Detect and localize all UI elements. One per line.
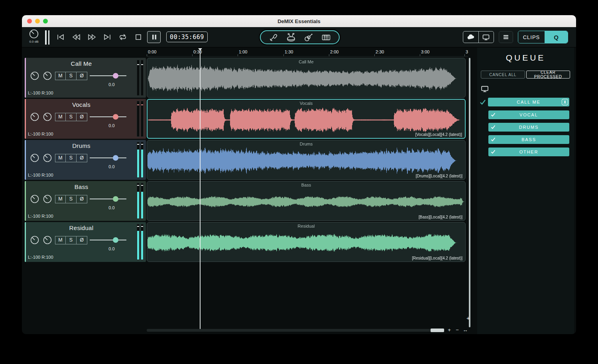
local-processing-button[interactable] (478, 31, 494, 43)
playhead-marker[interactable] (198, 48, 202, 51)
waveform-region[interactable]: Residual [Residual][Local][4.2 (latest)] (147, 222, 466, 262)
zoom-in-button[interactable]: + (447, 328, 452, 333)
monitor-icon (481, 86, 489, 92)
queue-stem-item[interactable]: VOCAL (488, 110, 569, 119)
pause-button[interactable] (147, 31, 161, 43)
solo-button[interactable]: S (66, 195, 77, 203)
queue-stem-label: VOCAL (519, 112, 538, 117)
solo-button[interactable]: S (66, 236, 77, 244)
playhead[interactable] (200, 48, 201, 329)
zoom-horizontal-icon[interactable]: ↔ (462, 328, 468, 333)
track-color-strip (25, 58, 26, 98)
horizontal-scrollbar[interactable] (147, 329, 444, 332)
pan-left-knob[interactable] (30, 112, 40, 122)
phase-button[interactable]: Ø (77, 72, 87, 80)
queue-job-pill[interactable]: CALL ME X (488, 98, 569, 106)
pan-left-knob[interactable] (30, 71, 40, 81)
transport-controls (54, 31, 161, 43)
volume-slider[interactable] (90, 194, 126, 204)
waveform-region[interactable]: Bass [Bass][Local][4.2 (latest)] (147, 181, 466, 221)
mute-button[interactable]: M (55, 195, 66, 203)
hamburger-icon (503, 35, 509, 39)
waveform-canvas (148, 59, 465, 97)
volume-slider-handle[interactable] (113, 196, 118, 202)
pan-left-knob[interactable] (30, 153, 40, 163)
volume-slider[interactable] (90, 112, 126, 122)
time-display: 00:35:669 (166, 31, 208, 42)
solo-button[interactable]: S (66, 154, 77, 162)
phase-button[interactable]: Ø (77, 154, 87, 162)
volume-slider[interactable] (90, 235, 126, 245)
master-gain-knob[interactable]: 0.0 dB (27, 28, 41, 43)
clips-tab[interactable]: CLIPS (518, 31, 545, 43)
waveform-region[interactable]: Vocals [Vocals][Local][4.2 (latest)] (147, 99, 466, 139)
pan-right-knob[interactable] (42, 235, 53, 245)
rewind-button[interactable] (69, 31, 83, 43)
queue-stem-item[interactable]: DRUMS (488, 123, 569, 132)
pan-right-knob[interactable] (42, 153, 53, 163)
cancel-all-button[interactable]: CANCEL ALL (481, 71, 525, 79)
vertical-zoom-add-button[interactable]: + (466, 315, 470, 321)
track-color-strip (25, 140, 26, 180)
drums-icon[interactable] (286, 33, 296, 41)
timeline-tick: 1:00 (239, 49, 247, 54)
pan-right-knob[interactable] (42, 71, 53, 81)
mute-button[interactable]: M (55, 72, 66, 80)
microphone-icon[interactable] (269, 33, 277, 41)
zoom-window-button[interactable] (43, 19, 48, 24)
cloud-processing-button[interactable] (463, 31, 478, 43)
loop-button[interactable] (116, 31, 130, 43)
pan-right-knob[interactable] (42, 194, 53, 204)
panel-switcher: CLIPS Q (518, 31, 568, 43)
mute-button[interactable]: M (55, 154, 66, 162)
track-header[interactable]: Bass M S Ø 0.0 L:-100 R:100 (25, 181, 146, 221)
queue-stem-item[interactable]: BASS (488, 135, 569, 144)
waveform-region[interactable]: Call Me (147, 58, 466, 98)
queue-tab[interactable]: Q (545, 31, 568, 43)
clear-processed-button[interactable]: CLEAR PROCESSED (526, 71, 570, 79)
phase-button[interactable]: Ø (77, 236, 87, 244)
mute-button[interactable]: M (55, 113, 66, 121)
vertical-scrollbar[interactable] (469, 58, 470, 327)
queue-stem-item[interactable]: OTHER (488, 148, 569, 156)
pan-right-knob[interactable] (42, 112, 53, 122)
minimize-window-button[interactable] (35, 19, 40, 24)
piano-icon[interactable] (322, 34, 330, 41)
phase-button[interactable]: Ø (77, 195, 87, 203)
mute-button[interactable]: M (55, 236, 66, 244)
track-header[interactable]: Call Me M S Ø 0.0 L:-100 R:100 (25, 58, 146, 98)
track-header[interactable]: Drums M S Ø 0.0 L:-100 R:100 (25, 140, 146, 180)
pan-left-knob[interactable] (30, 194, 40, 204)
track-row: Drums M S Ø 0.0 L:-100 R:100 (22, 140, 468, 180)
remove-job-button[interactable]: X (562, 99, 568, 105)
zoom-out-button[interactable]: − (454, 328, 460, 333)
scrollbar-thumb[interactable] (431, 329, 444, 332)
volume-slider-handle[interactable] (113, 237, 118, 243)
guitar-icon[interactable] (304, 33, 313, 41)
queue-job-row[interactable]: CALL ME X (480, 98, 569, 106)
track-header[interactable]: Residual M S Ø 0.0 L:-100 R:100 (25, 222, 146, 262)
stop-button[interactable] (132, 31, 145, 43)
phase-button[interactable]: Ø (77, 113, 87, 121)
volume-slider-handle[interactable] (113, 114, 118, 120)
volume-slider-handle[interactable] (113, 73, 118, 79)
track-header[interactable]: Vocals M S Ø 0.0 L:-100 R:100 (25, 99, 146, 139)
solo-button[interactable]: S (66, 72, 77, 80)
pan-range-label: L:-100 R:100 (28, 214, 53, 218)
monitor-icon (482, 34, 490, 40)
menu-button[interactable] (499, 31, 513, 43)
fast-forward-button[interactable] (85, 31, 98, 43)
skip-to-end-button[interactable] (100, 31, 114, 43)
waveform-region[interactable]: Drums [Drums][Local][4.2 (latest)] (147, 140, 466, 180)
skip-to-start-button[interactable] (54, 31, 67, 43)
solo-button[interactable]: S (66, 113, 77, 121)
pan-left-knob[interactable] (30, 235, 40, 245)
slider-track (90, 75, 126, 76)
pan-range-label: L:-100 R:100 (28, 91, 53, 95)
volume-slider[interactable] (90, 71, 126, 81)
volume-slider-handle[interactable] (113, 155, 118, 161)
volume-slider[interactable] (90, 153, 126, 163)
master-level-meter (45, 30, 49, 45)
timeline-ruler[interactable]: 0:00 0:30 1:00 1:30 2:00 2:30 3:00 3 (147, 48, 468, 57)
close-window-button[interactable] (27, 19, 32, 24)
